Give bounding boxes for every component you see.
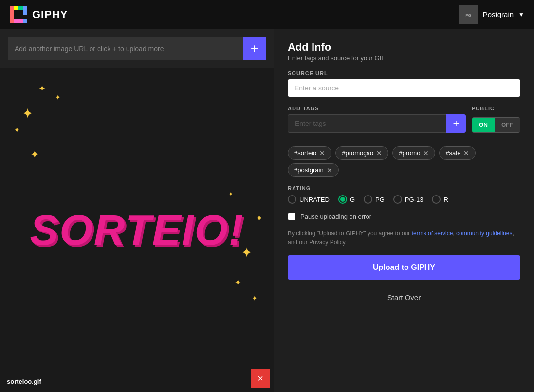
tag-chip-label: #postgrain [294,166,324,174]
main-layout: + ✦ ✦ ✦ ✦ ✦ ✦ ✦ ✦ ✦ ✦ SORTEIO! sorteioo.… [0,29,534,392]
tags-input-row: + [288,114,466,133]
rating-option[interactable]: PG-13 [393,195,424,204]
tag-chip-label: #promoção [342,149,373,157]
tag-chip-remove[interactable]: ✕ [327,167,332,174]
logo-icon [10,6,27,23]
star-decoration: ✦ [14,126,20,134]
star-decoration: ✦ [252,295,258,302]
rating-label: RATING [288,185,520,191]
source-url-section: SOURCE URL [288,71,520,97]
add-tag-button[interactable]: + [446,114,466,133]
star-decoration: ✦ [55,94,61,101]
rating-option[interactable]: G [338,195,355,204]
legal-comma: , [453,230,456,237]
svg-rect-4 [10,10,14,19]
gif-canvas: ✦ ✦ ✦ ✦ ✦ ✦ ✦ ✦ ✦ ✦ SORTEIO! [0,68,274,392]
url-bar: + [8,37,266,60]
user-avatar: PG [459,5,478,24]
pause-label: Pause uploading on error [300,213,371,220]
rating-option[interactable]: UNRATED [288,195,330,204]
tag-chip-remove[interactable]: ✕ [319,150,325,157]
svg-rect-1 [14,6,18,10]
right-panel: Add Info Enter tags and source for your … [274,29,534,392]
star-decoration: ✦ [38,84,46,93]
tag-chip-remove[interactable]: ✕ [463,150,469,157]
radio-circle [432,195,441,204]
rating-value: R [443,196,448,203]
tag-chip-remove[interactable]: ✕ [423,150,429,157]
left-panel: + ✦ ✦ ✦ ✦ ✦ ✦ ✦ ✦ ✦ ✦ SORTEIO! sorteioo.… [0,29,274,392]
url-input[interactable] [8,37,243,60]
toggle-on[interactable]: ON [472,118,495,132]
tags-chips: #sorteio✕#promoção✕#promo✕#sale✕#postgra… [288,146,520,177]
rating-section: RATING UNRATEDGPGPG-13R [288,185,520,204]
legal-text-before: By clicking "Upload to GIPHY" you agree … [288,230,412,237]
public-label: PUBLIC [472,106,495,111]
svg-rect-3 [23,6,27,10]
user-menu[interactable]: PG Postgrain ▼ [459,5,524,24]
svg-rect-0 [10,6,14,10]
toggle-off[interactable]: OFF [495,118,520,132]
svg-text:PG: PG [465,13,471,18]
pause-row: Pause uploading on error [288,213,520,220]
radio-circle [338,195,347,204]
source-url-input[interactable] [288,79,520,97]
logo-text: GIPHY [32,8,68,21]
close-icon: × [258,373,263,384]
star-decoration: ✦ [228,191,233,197]
logo: GIPHY [10,6,68,23]
public-section: PUBLIC ON OFF [472,106,520,133]
tag-chip: #promo✕ [392,146,435,160]
sorteio-text: SORTEIO! [30,209,244,251]
tags-public-row: ADD TAGS + PUBLIC ON OFF [288,106,520,133]
add-info-subtitle: Enter tags and source for your GIF [288,54,520,62]
rating-value: G [350,196,355,203]
star-decoration: ✦ [22,107,33,121]
gif-preview: ✦ ✦ ✦ ✦ ✦ ✦ ✦ ✦ ✦ ✦ SORTEIO! sorteioo.gi… [0,68,274,392]
rating-value: PG [375,196,385,203]
tag-chip-remove[interactable]: ✕ [376,150,382,157]
svg-rect-7 [10,19,14,23]
star-decoration: ✦ [235,279,241,286]
upload-button[interactable]: Upload to GIPHY [288,255,520,280]
tag-chip: #sale✕ [439,146,476,160]
rating-option[interactable]: R [432,195,448,204]
tos-link[interactable]: terms of service [412,230,453,237]
tag-chip-label: #promo [399,149,420,157]
add-tags-label: ADD TAGS [288,106,466,111]
gif-delete-button[interactable]: × [251,369,270,388]
rating-options: UNRATEDGPGPG-13R [288,195,520,204]
tags-section: ADD TAGS + [288,106,466,133]
add-info-title: Add Info [288,41,520,53]
gif-filename: sorteioo.gif [7,378,41,385]
tag-chip: #promoção✕ [335,146,388,160]
svg-rect-2 [18,6,23,10]
radio-circle [364,195,372,204]
svg-rect-8 [14,19,23,23]
tag-chip: #postgrain✕ [288,163,339,177]
svg-rect-5 [23,10,27,15]
legal-text: By clicking "Upload to GIPHY" you agree … [288,229,520,247]
source-url-label: SOURCE URL [288,71,520,76]
start-over[interactable]: Start Over [288,288,520,306]
public-toggle[interactable]: ON OFF [472,117,520,133]
tags-input[interactable] [288,114,446,133]
user-name: Postgrain [483,10,514,18]
tag-chip: #sorteio✕ [288,146,331,160]
add-info-section: Add Info Enter tags and source for your … [288,41,520,62]
rating-option[interactable]: PG [364,195,385,204]
star-decoration: ✦ [256,214,263,223]
tag-chip-label: #sorteio [294,149,316,157]
radio-circle [288,195,296,204]
star-decoration: ✦ [30,149,39,160]
rating-value: UNRATED [299,196,330,203]
guidelines-link[interactable]: community guidelines [456,230,512,237]
radio-circle [393,195,402,204]
header: GIPHY PG Postgrain ▼ [0,0,534,29]
pause-checkbox[interactable] [288,213,295,220]
add-url-button[interactable]: + [243,37,266,60]
chevron-down-icon: ▼ [518,11,524,18]
tag-chip-label: #sale [445,149,460,157]
rating-value: PG-13 [405,196,424,203]
svg-rect-6 [23,19,27,23]
